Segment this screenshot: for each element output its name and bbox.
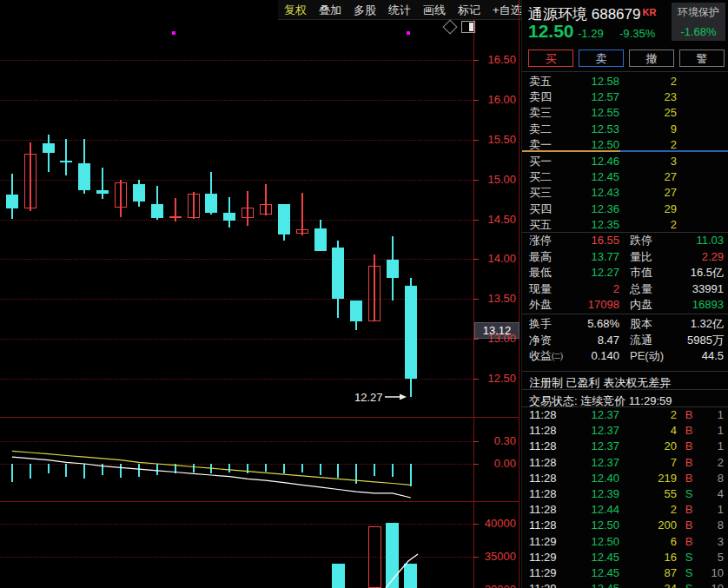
trade-price: 12.50 (564, 534, 619, 550)
trade-price: 12.44 (564, 502, 619, 518)
level-price: 12.53 (557, 122, 619, 137)
axis-tick-label: 12.50 (476, 372, 516, 386)
stat-value: 8.47 (557, 333, 619, 349)
sector-badge[interactable]: 环境保护 -1.68% (672, 3, 725, 41)
ask-row[interactable]: 卖五12.582 (522, 74, 728, 89)
trade-count: 3 (698, 534, 724, 550)
price-change: -1.29 (578, 27, 604, 40)
trade-side: B (683, 534, 695, 550)
trade-volume: 2 (625, 407, 677, 423)
trade-row: 11:2812.50200B8 (522, 518, 728, 533)
trade-volume: 7 (625, 455, 677, 471)
marker-dot (407, 31, 410, 35)
sector-change: -1.68% (672, 25, 725, 38)
stat-value: 13.77 (557, 249, 619, 266)
trade-count: 8 (698, 471, 724, 486)
kline-chart-region: 复权叠加多股统计画线标记+自选返回 13.12 12.27 16.5016.00… (0, 0, 521, 588)
bid-row[interactable]: 买一12.463 (522, 154, 728, 169)
trade-volume: 20 (625, 439, 677, 454)
stat-label: 净资 (529, 333, 552, 349)
trade-side: B (683, 502, 695, 518)
stat-label: 涨停 (529, 233, 552, 249)
trade-row: 11:2812.40219B8 (522, 471, 728, 486)
level-volume: 27 (625, 185, 677, 201)
level-price: 12.43 (557, 185, 619, 201)
level-volume: 27 (625, 169, 677, 185)
trade-side: S (683, 565, 695, 581)
plot-area[interactable] (0, 0, 521, 588)
stat-value: 5985万 (652, 333, 724, 349)
level-label: 买四 (529, 202, 552, 217)
axis-tick-label: 30000 (476, 583, 516, 588)
stat-value: 0.140 (557, 348, 619, 365)
trade-count: 1 (698, 407, 724, 423)
level-label: 买一 (529, 154, 552, 169)
panel-toggle-icon[interactable] (461, 21, 475, 33)
axis-tick-label: 16.00 (476, 93, 516, 107)
trade-side: B (683, 407, 695, 423)
level-volume: 2 (625, 74, 677, 89)
bid-row[interactable]: 买二12.4527 (522, 169, 728, 185)
trade-volume: 16 (625, 550, 677, 565)
trade-volume: 219 (625, 471, 677, 486)
trade-volume: 6 (625, 534, 677, 550)
stat-value: 5.68% (557, 316, 619, 333)
level-price: 12.55 (557, 105, 619, 121)
stat-row: 外盘17098内盘16893 (522, 297, 728, 314)
price-change-pct: -9.35% (619, 27, 655, 40)
trade-price: 12.45 (564, 581, 619, 588)
trade-time: 11:29 (529, 534, 557, 550)
trade-side: B (683, 455, 695, 471)
app-window: 复权叠加多股统计画线标记+自选返回 13.12 12.27 16.5016.00… (0, 0, 728, 588)
panel-separator (0, 501, 520, 502)
stat-label: 换手 (529, 316, 552, 333)
trade-volume: 4 (625, 423, 677, 439)
ask-row[interactable]: 卖三12.5525 (522, 105, 728, 121)
stock-tag: KR (642, 7, 656, 17)
bid-row[interactable]: 买三12.4327 (522, 185, 728, 201)
trade-time: 11:28 (529, 518, 557, 533)
bid-row[interactable]: 买四12.3629 (522, 202, 728, 217)
stat-value: 12.27 (557, 265, 619, 281)
ask-row[interactable]: 卖二12.539 (522, 122, 728, 137)
trade-count: 1 (698, 502, 724, 518)
trade-side: B (683, 518, 695, 533)
trade-side: B (683, 471, 695, 486)
cancel-order-button[interactable]: 撤 (629, 50, 674, 67)
low-price-label: 12.27 (354, 391, 383, 404)
axis-tick-label: 14.00 (476, 252, 516, 266)
level-price: 12.57 (557, 89, 619, 105)
trade-count: 10 (698, 565, 724, 581)
ask-row[interactable]: 卖四12.5723 (522, 89, 728, 105)
trade-price: 12.40 (564, 471, 619, 486)
divider (522, 389, 728, 390)
axis-tick-label: 14.50 (476, 213, 516, 227)
stat-label: 最高 (529, 249, 552, 266)
bid-row[interactable]: 买五12.352 (522, 217, 728, 233)
volume-ma-line (0, 0, 473, 588)
trade-count: 1 (698, 439, 724, 454)
level-volume: 3 (625, 154, 677, 169)
axis-tick-label: 0.30 (476, 434, 516, 448)
trade-row: 11:2812.377B2 (522, 455, 728, 471)
trade-volume: 55 (625, 486, 677, 502)
stat-value: 16.55 (557, 233, 619, 249)
axis-tick-label: 0.00 (476, 457, 516, 471)
trade-side: B (683, 439, 695, 454)
buy-button[interactable]: 买 (528, 50, 573, 67)
panel-separator (0, 417, 520, 418)
trade-row: 11:2812.3955S4 (522, 486, 728, 502)
trade-side: S (683, 550, 695, 565)
stat-label: 内盘 (630, 297, 652, 314)
trade-time: 11:29 (529, 565, 557, 581)
trade-volume: 200 (625, 518, 677, 533)
trade-time: 11:29 (529, 550, 557, 565)
axis-tick-label: 35000 (476, 550, 516, 564)
trade-price: 12.37 (564, 407, 619, 423)
price-axis-line (473, 19, 474, 588)
alert-button[interactable]: 警 (679, 50, 725, 67)
trade-price: 12.37 (564, 439, 619, 454)
sell-button[interactable]: 卖 (579, 50, 624, 67)
level-price: 12.36 (557, 202, 619, 217)
trade-volume: 2 (625, 502, 677, 518)
